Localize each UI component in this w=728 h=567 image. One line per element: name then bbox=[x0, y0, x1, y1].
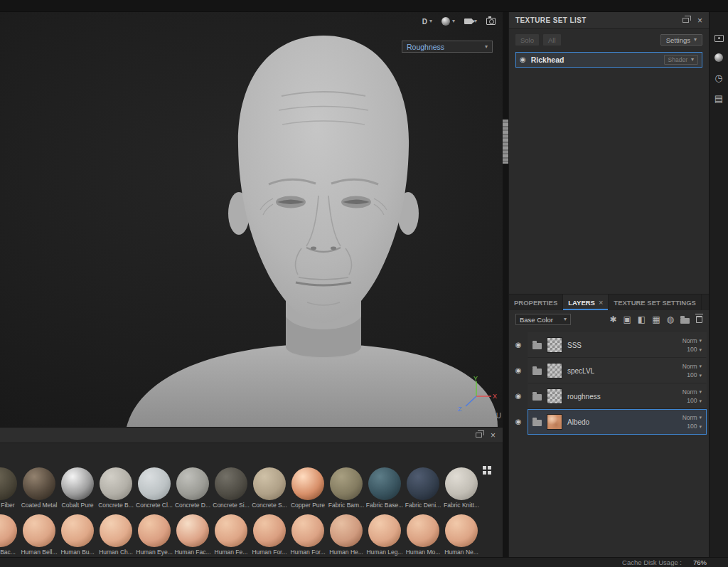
material-sphere[interactable] bbox=[368, 514, 401, 547]
layer-row[interactable]: ◉ specLVL Norm▾ 100▾ bbox=[509, 358, 709, 383]
3d-viewport[interactable]: D▾ ▾ ▾ Roughness ▾ bbox=[0, 12, 503, 427]
display-mode-dropdown[interactable]: D▾ bbox=[422, 18, 432, 26]
delete-layer-icon[interactable] bbox=[696, 316, 702, 323]
shelf-material-item[interactable]: Concrete Cl... bbox=[135, 467, 173, 509]
dock-divider[interactable] bbox=[503, 12, 508, 557]
layer-body[interactable]: SSS Norm▾ 100▾ bbox=[528, 332, 707, 358]
shelf-material-item[interactable]: Fabric Bam... bbox=[327, 467, 365, 509]
layer-body[interactable]: Albedo Norm▾ 100▾ bbox=[528, 409, 707, 435]
viewport-channel-select[interactable]: Roughness ▾ bbox=[402, 41, 493, 53]
shelf-material-item[interactable]: Fabric Base... bbox=[365, 467, 404, 509]
add-folder-icon[interactable] bbox=[680, 316, 690, 324]
layer-row[interactable]: ◉ Albedo Norm▾ 100▾ bbox=[509, 409, 709, 435]
shelf-material-item[interactable]: Human Fe... bbox=[212, 514, 250, 556]
shelf-material-item[interactable]: Concrete S... bbox=[250, 467, 289, 509]
material-sphere[interactable] bbox=[176, 514, 209, 547]
material-sphere[interactable] bbox=[100, 514, 132, 547]
texture-set-row[interactable]: ◉ Rickhead Shader▾ bbox=[515, 52, 702, 68]
material-sphere[interactable] bbox=[176, 467, 209, 500]
shelf-material-item[interactable]: Cobalt Pure bbox=[58, 467, 97, 509]
layer-visibility-toggle[interactable]: ◉ bbox=[515, 418, 522, 425]
material-sphere[interactable] bbox=[445, 514, 478, 547]
shelf-material-item[interactable]: Human Bu... bbox=[58, 514, 97, 556]
layer-blend-dropdown[interactable]: Norm▾ bbox=[682, 337, 702, 345]
shelf-material-item[interactable]: Bac... bbox=[0, 514, 20, 556]
layer-row[interactable]: ◉ roughness Norm▾ 100▾ bbox=[509, 383, 709, 409]
material-sphere[interactable] bbox=[291, 467, 324, 500]
material-sphere[interactable] bbox=[330, 514, 363, 547]
shelf-material-item[interactable]: Human For... bbox=[289, 514, 327, 556]
layer-row[interactable]: ◉ SSS Norm▾ 100▾ bbox=[509, 332, 709, 358]
shelf-material-item[interactable]: Human He... bbox=[327, 514, 365, 556]
layer-blend-dropdown[interactable]: Norm▾ bbox=[682, 388, 702, 396]
tab-properties[interactable]: PROPERTIES bbox=[509, 295, 563, 310]
grid-view-icon[interactable] bbox=[483, 466, 491, 475]
material-sphere[interactable] bbox=[61, 467, 94, 500]
material-sphere[interactable] bbox=[23, 514, 55, 547]
layer-visibility-toggle[interactable]: ◉ bbox=[515, 393, 522, 400]
shelf-material-item[interactable]: Human Bell... bbox=[20, 514, 58, 556]
material-sphere[interactable] bbox=[100, 467, 132, 500]
close-tab-icon[interactable]: × bbox=[599, 298, 603, 307]
shelf-material-item[interactable]: Human Ch... bbox=[97, 514, 135, 556]
layer-body[interactable]: roughness Norm▾ 100▾ bbox=[528, 383, 707, 409]
texture-set-visibility-icon[interactable]: ◉ bbox=[520, 56, 526, 63]
layer-opacity-dropdown[interactable]: 100▾ bbox=[687, 396, 702, 405]
layer-opacity-dropdown[interactable]: 100▾ bbox=[687, 345, 702, 354]
shader-settings-icon[interactable] bbox=[714, 53, 723, 62]
material-sphere[interactable] bbox=[407, 514, 439, 547]
shelf-material-item[interactable]: Fabric Knitt... bbox=[442, 467, 481, 509]
layer-blend-dropdown[interactable]: Norm▾ bbox=[682, 413, 702, 422]
float-panel-icon[interactable] bbox=[682, 18, 689, 23]
history-icon[interactable]: ◷ bbox=[714, 73, 722, 83]
shelf-material-item[interactable]: Human Leg... bbox=[365, 514, 404, 556]
log-icon[interactable]: ▤ bbox=[714, 94, 723, 103]
shelf-material-item[interactable]: Concrete D... bbox=[173, 467, 212, 509]
shelf-material-item[interactable]: Human Fac... bbox=[173, 514, 212, 556]
shelf-material-item[interactable]: Fabric Deni... bbox=[404, 467, 442, 509]
add-fill-layer-icon[interactable]: ◧ bbox=[638, 315, 646, 324]
add-smart-material-icon[interactable]: ◍ bbox=[667, 315, 674, 324]
shelf-material-item[interactable]: Copper Pure bbox=[289, 467, 327, 509]
shelf-material-item[interactable]: Fiber bbox=[0, 467, 20, 509]
material-sphere[interactable] bbox=[0, 514, 17, 547]
material-view-dropdown[interactable]: ▾ bbox=[441, 17, 455, 26]
shelf-material-item[interactable]: Human Ne... bbox=[442, 514, 481, 556]
shelf-material-item[interactable]: Human Eye... bbox=[135, 514, 173, 556]
add-paint-layer-icon[interactable]: ▦ bbox=[652, 315, 660, 324]
layer-opacity-dropdown[interactable]: 100▾ bbox=[687, 371, 702, 379]
material-sphere[interactable] bbox=[291, 514, 324, 547]
material-sphere[interactable] bbox=[138, 467, 171, 500]
float-panel-icon[interactable] bbox=[476, 433, 482, 438]
solo-button[interactable]: Solo bbox=[515, 34, 539, 46]
layer-visibility-toggle[interactable]: ◉ bbox=[515, 341, 522, 349]
shader-button[interactable]: Shader▾ bbox=[664, 55, 698, 65]
material-sphere[interactable] bbox=[23, 467, 55, 500]
material-sphere[interactable] bbox=[215, 514, 247, 547]
material-sphere[interactable] bbox=[445, 467, 478, 500]
material-sphere[interactable] bbox=[253, 514, 286, 547]
screenshot-button[interactable] bbox=[486, 18, 496, 25]
shelf-material-item[interactable]: Human Mo... bbox=[404, 514, 442, 556]
all-button[interactable]: All bbox=[543, 34, 561, 46]
layer-opacity-dropdown[interactable]: 100▾ bbox=[687, 422, 702, 430]
material-sphere[interactable] bbox=[253, 467, 286, 500]
material-sphere[interactable] bbox=[61, 514, 94, 547]
shelf-material-item[interactable]: Coated Metal bbox=[20, 467, 58, 509]
camera-dropdown[interactable]: ▾ bbox=[464, 18, 477, 24]
display-settings-icon[interactable] bbox=[714, 35, 724, 42]
channel-filter-select[interactable]: Base Color▾ bbox=[515, 314, 571, 325]
shelf-material-item[interactable]: Concrete Si... bbox=[212, 467, 250, 509]
layer-visibility-toggle[interactable]: ◉ bbox=[515, 367, 522, 374]
material-sphere[interactable] bbox=[138, 514, 171, 547]
add-effect-icon[interactable]: ✱ bbox=[609, 315, 616, 324]
shelf-material-item[interactable]: Human For... bbox=[250, 514, 289, 556]
material-sphere[interactable] bbox=[407, 467, 439, 500]
shelf-material-item[interactable]: Concrete B... bbox=[97, 467, 135, 509]
material-sphere[interactable] bbox=[330, 467, 363, 500]
add-stamp-icon[interactable]: ▣ bbox=[623, 315, 631, 324]
tab-texture-set-settings[interactable]: TEXTURE SET SETTINGS bbox=[609, 295, 702, 310]
material-sphere[interactable] bbox=[368, 467, 401, 500]
tab-layers[interactable]: LAYERS × bbox=[563, 295, 609, 310]
close-icon[interactable]: × bbox=[697, 16, 702, 25]
